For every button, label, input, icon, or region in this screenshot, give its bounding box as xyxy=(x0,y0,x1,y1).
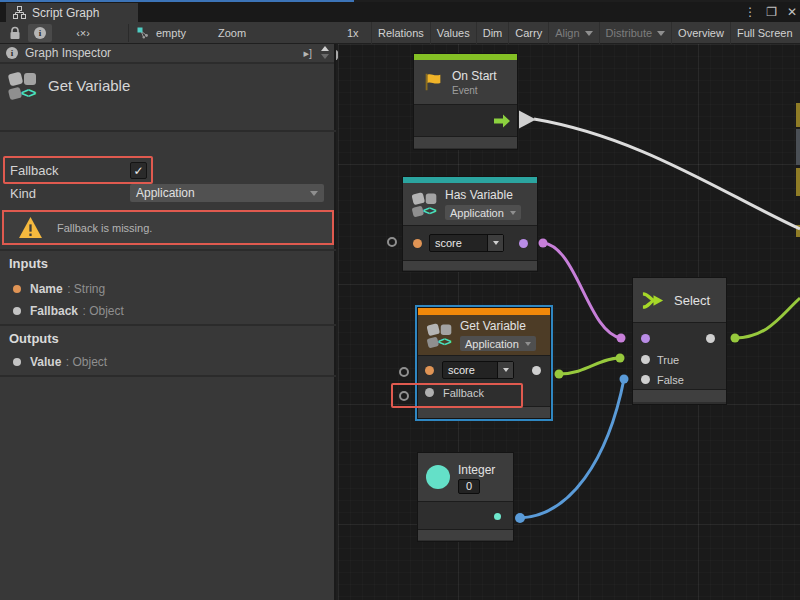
variable-color-bar xyxy=(418,308,550,315)
relations-button[interactable]: Relations xyxy=(371,22,430,44)
close-icon[interactable]: ✕ xyxy=(787,2,797,22)
overview-button[interactable]: Overview xyxy=(671,22,730,44)
inspected-node-header: <> Get Variable xyxy=(0,66,334,130)
variable-name-field[interactable]: score xyxy=(442,361,514,379)
distribute-button[interactable]: Distribute xyxy=(599,22,671,44)
node-title: Has Variable xyxy=(445,188,521,202)
graph-inspector-header: i Graph Inspector ▸] xyxy=(0,44,334,64)
scroll-up-icon[interactable] xyxy=(321,46,329,51)
node-get-variable[interactable]: <> Get Variable Application score Fallba… xyxy=(418,308,550,418)
info-icon: i xyxy=(6,47,18,59)
name-input-port[interactable] xyxy=(425,366,434,375)
dim-button[interactable]: Dim xyxy=(476,22,509,44)
chevron-down-icon xyxy=(585,31,593,36)
boolean-output-port[interactable] xyxy=(519,239,528,248)
scroll-down-icon[interactable] xyxy=(321,54,329,59)
variable-icon: <> xyxy=(428,324,451,347)
offscreen-node-sliver xyxy=(796,225,800,237)
node-subtitle: Event xyxy=(452,85,497,96)
selection-output-port[interactable] xyxy=(706,334,715,343)
lock-button[interactable] xyxy=(4,24,26,42)
node-has-variable[interactable]: <> Has Variable Application score xyxy=(403,177,537,271)
window-menu-icon[interactable]: ⋮ xyxy=(744,2,756,22)
chevron-down-icon xyxy=(525,342,531,346)
input-row-fallback: Fallback : Object xyxy=(0,302,336,320)
true-port-label: True xyxy=(657,354,679,366)
node-title: Select xyxy=(674,293,710,308)
variable-name-field[interactable]: score xyxy=(429,234,504,252)
window-focus-line xyxy=(0,0,354,2)
unconnected-port-ring[interactable] xyxy=(399,391,409,401)
graph-reference-label[interactable]: empty xyxy=(156,27,186,39)
warning-box: Fallback is missing. xyxy=(2,210,334,245)
graph-reference-icon xyxy=(136,24,150,42)
kind-value: Application xyxy=(130,186,305,200)
input-row-name: Name : String xyxy=(0,280,336,298)
align-button[interactable]: Align xyxy=(548,22,598,44)
toolbar: i ‹×› empty Zoom 1x Relations Values Dim… xyxy=(0,22,800,44)
warning-text: Fallback is missing. xyxy=(57,222,152,234)
carry-button[interactable]: Carry xyxy=(508,22,548,44)
dock-icon[interactable]: ▸] xyxy=(303,47,312,60)
variable-scope-dropdown[interactable]: Application xyxy=(460,336,536,351)
inspector-toggle-button[interactable]: i xyxy=(28,24,52,42)
tab-script-graph[interactable]: Script Graph xyxy=(6,3,138,22)
kind-dropdown[interactable]: Application xyxy=(130,184,324,202)
chevron-down-icon[interactable] xyxy=(487,235,503,251)
variable-scope-dropdown[interactable]: Application xyxy=(445,205,521,220)
info-icon: i xyxy=(34,27,46,39)
graph-tab-icon xyxy=(13,6,26,19)
lock-icon xyxy=(9,26,21,40)
false-port-label: False xyxy=(657,374,684,386)
variable-icon: <> xyxy=(413,193,436,216)
node-title: Integer xyxy=(458,463,495,477)
graph-inspector-panel: i Graph Inspector ▸] <> Get Variable Fal… xyxy=(0,44,336,600)
toolbar-buttons: Relations Values Dim Carry Align Distrib… xyxy=(371,22,800,44)
values-button[interactable]: Values xyxy=(430,22,476,44)
false-input-port[interactable] xyxy=(641,375,650,384)
code-icon: ‹×› xyxy=(76,27,90,39)
flag-icon xyxy=(422,71,444,93)
node-title: Get Variable xyxy=(460,319,536,333)
unconnected-port-ring[interactable] xyxy=(399,367,409,377)
offscreen-node-sliver xyxy=(796,103,800,127)
chevron-down-icon[interactable] xyxy=(497,362,513,378)
zoom-label: Zoom xyxy=(218,27,246,39)
maximize-icon[interactable]: ❐ xyxy=(766,2,777,22)
node-integer[interactable]: Integer 0 xyxy=(418,453,513,541)
control-output-port[interactable] xyxy=(493,113,511,129)
node-title: On Start xyxy=(452,69,497,83)
inputs-header: Inputs xyxy=(9,256,48,271)
fallback-input-port[interactable] xyxy=(425,388,434,397)
output-row-value: Value : Object xyxy=(0,353,336,371)
script-graph-window: Script Graph ⋮ ❐ ✕ i ‹×› xyxy=(0,0,800,600)
object-port-icon xyxy=(13,307,21,315)
condition-input-port[interactable] xyxy=(641,334,650,343)
integer-value-field[interactable]: 0 xyxy=(458,479,480,494)
inspected-node-title: Get Variable xyxy=(48,77,130,94)
name-input-port[interactable] xyxy=(413,239,422,248)
select-icon xyxy=(641,288,666,313)
integer-output-port[interactable] xyxy=(494,513,501,520)
warning-icon xyxy=(18,216,43,239)
inspector-scroll-arrows[interactable] xyxy=(321,46,329,59)
node-select[interactable]: Select True False xyxy=(633,278,726,404)
tab-title: Script Graph xyxy=(32,6,99,20)
full-screen-button[interactable]: Full Screen xyxy=(730,22,799,44)
offscreen-node-sliver xyxy=(796,168,800,196)
variables-button[interactable]: ‹×› xyxy=(64,24,102,42)
chevron-down-icon xyxy=(657,31,665,36)
chevron-down-icon xyxy=(510,211,516,215)
kind-label: Kind xyxy=(10,186,36,201)
offscreen-node-sliver xyxy=(796,129,800,165)
true-input-port[interactable] xyxy=(641,355,650,364)
variable-icon: <> xyxy=(9,72,39,102)
unconnected-port-ring[interactable] xyxy=(387,237,397,247)
node-on-start[interactable]: On Start Event xyxy=(414,54,517,149)
fallback-checkbox[interactable]: ✓ xyxy=(130,162,147,179)
value-output-port[interactable] xyxy=(532,366,541,375)
graph-canvas[interactable] xyxy=(338,44,800,600)
inspector-title: Graph Inspector xyxy=(25,46,111,60)
fallback-toggle-label: Fallback xyxy=(10,163,58,178)
tab-strip: Script Graph ⋮ ❐ ✕ xyxy=(0,2,800,22)
